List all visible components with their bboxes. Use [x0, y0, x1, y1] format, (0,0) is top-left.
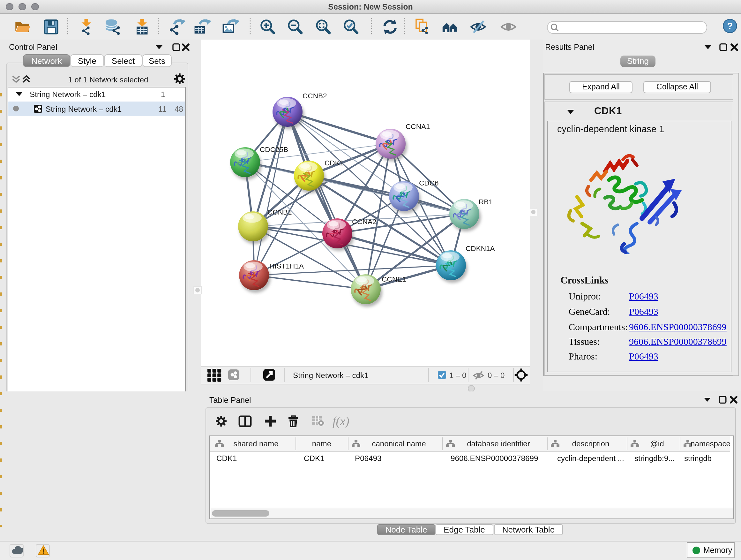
svg-text:HIST1H1A: HIST1H1A [269, 262, 304, 270]
svg-text:CDKN1A: CDKN1A [466, 245, 495, 253]
svg-text:CDC25B: CDC25B [260, 145, 288, 153]
svg-text:CCNE1: CCNE1 [382, 275, 406, 283]
svg-text:f(x): f(x) [333, 415, 349, 428]
svg-text:CCNA2: CCNA2 [352, 218, 377, 226]
svg-text:CCNB1: CCNB1 [267, 208, 292, 216]
svg-text:CDK1: CDK1 [325, 159, 344, 167]
svg-text:RB1: RB1 [479, 198, 493, 206]
svg-text:CCNA1: CCNA1 [406, 123, 430, 131]
svg-text:CCNB2: CCNB2 [302, 92, 327, 100]
svg-text:?: ? [727, 20, 733, 30]
svg-text:CDC6: CDC6 [419, 179, 439, 187]
